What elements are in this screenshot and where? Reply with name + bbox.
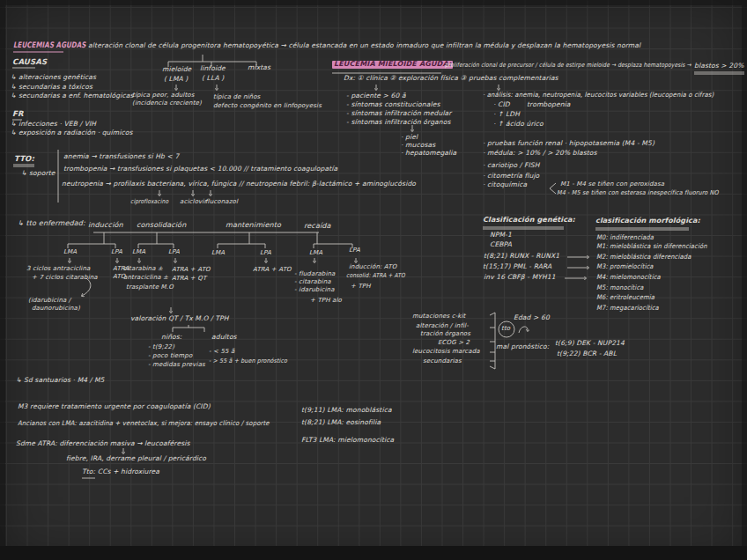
maintenance-lpa-drug: ATRA + ATO — [253, 267, 292, 274]
test-flow-cytometry: · citometría flujo — [483, 173, 539, 180]
prognosis-item: alteración / infil- — [416, 323, 469, 330]
type-myeloid-label: mieloide — [162, 66, 191, 73]
branch-lma: LMA — [132, 249, 145, 256]
genetic-item: t(8;21) RUNX - RUNX1 — [484, 253, 559, 260]
adults-label: adultos — [211, 334, 237, 341]
genetic-heading: Clasificación genética: — [483, 217, 575, 225]
fab-item: M4: mielomonocítica — [596, 274, 661, 281]
type-lymphoid-label: linfoide — [200, 65, 226, 72]
aml-title-highlight: LEUCEMIA MIELOIDE AGUDA: — [332, 61, 453, 69]
children-label: niños: — [161, 334, 182, 341]
cause-item: ↳ secundarias a tóxicos — [11, 84, 92, 91]
consolidation-lpa-drug: ATRA + ATO — [172, 267, 211, 274]
genetic-item: inv 16 CBFβ - MYH11 — [484, 274, 556, 281]
genetic-item: NPM-1 — [490, 232, 512, 239]
bottom-bar — [0, 546, 747, 560]
consolidation-lma-drug: citarabina ± — [123, 266, 163, 273]
type-lymphoid-sigla: ( LLA ) — [202, 75, 224, 82]
note-translocation: t(8;21) LMA: eosinofilia — [301, 419, 381, 426]
test-marrow-blasts: · médula: > 10% / > 20% blastos — [483, 150, 597, 157]
sanctuary-note: ↳ Sd santuarios · M4 / M5 — [16, 377, 104, 384]
phase-maintenance: mantenimiento — [226, 222, 281, 230]
test-analysis: · análisis: anemia, neutropenia, leucoci… — [483, 92, 714, 99]
test-karyotype: · cariotipo / FISH — [483, 162, 540, 169]
morphologic-heading: clasificación morfológica: — [595, 217, 700, 225]
genetic-item: t(15;17) PML - RARA — [483, 263, 551, 270]
test-cid: · CID — [493, 101, 510, 108]
children-criterion: - poco tiempo — [148, 353, 192, 360]
relapse-lpa-consolidation: consolid: ATRA + ATO — [346, 273, 405, 280]
prognosis-item: tración órganos — [420, 331, 470, 338]
adults-criterion: - < 55 ã — [209, 349, 234, 356]
fab-item: M1: mieloblástica sin diferenciación — [596, 243, 707, 250]
prognosis-item: leucocitosis marcada — [412, 349, 480, 356]
prophylaxis-antiviral: aciclovir — [180, 199, 206, 206]
relapse-lma-drug: - citarabina — [294, 279, 331, 286]
prognosis-item: mutaciones c-kit — [412, 313, 466, 321]
fab-item: M6: eritroleucemia — [596, 294, 655, 301]
fab-item: M2: mieloblástica diferenciada — [596, 254, 691, 261]
clinical-item: - síntomas constitucionales — [346, 101, 440, 108]
induction-lma-anthracycline: (idarubicina / — [28, 298, 70, 305]
note-elderly: Ancianos con LMA: azacitidina + venetocl… — [18, 420, 270, 427]
induction-lma-anthracycline: daunorubicina) — [32, 306, 80, 313]
fab-item: M0: indiferenciada — [596, 234, 654, 241]
clinical-item: - paciente > 60 ã — [346, 92, 406, 99]
note-translocation: FLT3 LMA: mielomonocítica — [301, 437, 394, 444]
risk-item: ↳ exposición a radiación · químicos — [11, 129, 133, 136]
aml-dx-line: Dx: ① clínica ② exploración física ③ pru… — [344, 75, 558, 82]
adults-criterion: - > 55 ã + buen pronóstico — [209, 358, 287, 365]
cytochem-esterase: M4 - M5 se tiñen con esterasa inespecífi… — [557, 190, 719, 197]
branch-lpa: LPA — [168, 249, 180, 256]
treatment-heading: TTO: — [14, 155, 34, 163]
test-uric-acid: · ↑ ácido úrico — [493, 121, 544, 128]
cytochem-peroxidase: M1 - M4 se tiñen con peroxidasa — [560, 181, 664, 188]
branch-lpa: LPA — [260, 250, 271, 257]
test-cytochemistry: · citoquímica — [483, 181, 527, 188]
relapse-lpa-induction: inducción: ATO — [349, 264, 396, 271]
tree-heading: ↳ tto enfermedad: — [18, 220, 85, 228]
prognosis-item: secundarias — [423, 358, 462, 365]
myeloid-note: típica peor, adultos — [132, 92, 195, 99]
relapse-lma-drug: - fludarabina — [294, 271, 336, 278]
children-criterion: - t(9;22) — [148, 344, 174, 351]
notes-canvas[interactable]: LEUCEMIAS AGUDAS · alteración clonal de … — [0, 0, 747, 560]
cause-item: ↳ secundarias a enf. hematológicas — [11, 92, 134, 99]
test-thrombopenia: trombopenia — [527, 101, 571, 108]
note-syndrome-clinic: fiebre, IRA, derrame pleural / pericárdi… — [66, 455, 206, 462]
branch-lma: LMA — [211, 250, 225, 257]
poor-prognosis-label: mal pronóstico: — [496, 343, 549, 350]
clinical-sub-item: · mucosas — [401, 142, 435, 149]
test-renal: · pruebas función renal · hipopotasemia … — [483, 140, 655, 147]
note-syndrome-treatment: Tto: CCs + hidroxiurea — [82, 468, 159, 475]
prophylaxis-antibiotic: ciprofloxacino — [130, 199, 168, 206]
branch-lpa: LPA — [349, 247, 360, 254]
prognosis-item: ECOG > 2 — [438, 340, 470, 347]
consolidation-lma-transplant: trasplante M.O — [126, 284, 174, 291]
note-differentiation-syndrome: Sdme ATRA: diferenciación masiva → leuco… — [16, 440, 190, 447]
consolidation-lma-drug: antraciclina ± — [123, 275, 168, 282]
myeloid-note: (incidencia creciente) — [132, 100, 202, 107]
phase-induction: inducción — [88, 222, 123, 230]
prophylaxis-antifungal: fluconazol — [205, 199, 238, 206]
causes-heading: CAUSAS — [12, 58, 47, 66]
branch-lma: LMA — [63, 249, 77, 256]
fab-item: M5: monocítica — [596, 284, 644, 291]
relapse-lpa-tph: + TPH — [351, 284, 371, 291]
branch-lpa: LPA — [111, 249, 122, 256]
induction-lma-drug: + 7 ciclos citarabina — [32, 275, 98, 282]
phase-consolidation: consolidación — [137, 222, 186, 230]
clinical-sub-item: · hepatomegalia — [401, 150, 456, 157]
relapse-lma-drug: - idarubicina — [294, 287, 335, 294]
genetic-item: CEBPA — [490, 241, 512, 248]
support-thrombopenia: trombopenia → transfusiones si plaquetas… — [63, 166, 337, 173]
cause-item: ↳ alteraciones genéticas — [11, 74, 96, 81]
poor-prognosis-translocation: t(6;9) DEK - NUP214 — [555, 340, 625, 347]
clinical-item: - síntomas infiltración órganos — [346, 119, 451, 126]
prognosis-age: Edad > 60 — [514, 314, 550, 321]
support-label: ↳ soporte — [21, 170, 55, 177]
children-criterion: - medidas previas — [148, 362, 205, 369]
relapse-lma-tph: + TPH alo — [310, 298, 342, 305]
consolidation-lpa-drug: ATRA + QT — [172, 276, 206, 283]
page-title: LEUCEMIAS AGUDAS — [13, 41, 86, 50]
